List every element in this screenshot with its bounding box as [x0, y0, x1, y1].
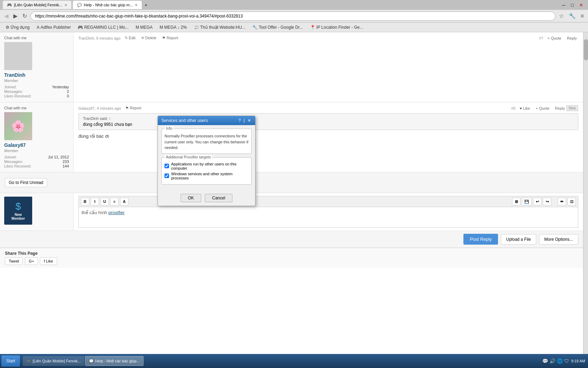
- reply-btn-8[interactable]: Reply: [554, 105, 566, 111]
- address-bar[interactable]: [30, 12, 555, 21]
- window-minimize[interactable]: ─: [560, 2, 567, 8]
- post-body-7: TranDinh, 6 minutes ago ✎ Edit ✕ Delete …: [74, 32, 583, 102]
- new-member-icon: $: [15, 201, 21, 212]
- services-dialog: Services and other users ? | ✕ Info Norm…: [158, 116, 255, 206]
- new-tab-button[interactable]: +: [143, 1, 149, 9]
- bold-button[interactable]: B: [81, 198, 89, 205]
- clock-time: 9:18 AM: [571, 359, 585, 363]
- post-num-7: #7: [539, 36, 543, 40]
- edit-btn-7[interactable]: ✎ Edit: [123, 35, 137, 41]
- bookmark-tooloffer[interactable]: 🔧 Tool Offer - Google Dr...: [250, 24, 306, 30]
- dialog-title: Services and other users: [161, 118, 208, 123]
- reply-footer: Post Reply Upload a File More Options...: [0, 231, 583, 248]
- new-member-label: New Member: [12, 213, 25, 220]
- bookmark-ip-location[interactable]: 📍 IP Location Finder - Ge...: [307, 24, 366, 30]
- taskbar-item-2[interactable]: 💬 Help - Nhờ các bác giúp...: [85, 356, 144, 366]
- dialog-help-button[interactable]: ?: [238, 118, 241, 123]
- reply-editor-container: $ New Member B I U: [0, 193, 583, 231]
- tray-icon-network: 🌐: [557, 358, 563, 364]
- chat-with-me-7[interactable]: Chat with me: [4, 36, 69, 40]
- tab-close-1[interactable]: ✕: [64, 3, 67, 7]
- window-maximize[interactable]: □: [569, 2, 576, 8]
- underline-button[interactable]: U: [100, 198, 109, 205]
- bookmark-mega2[interactable]: M MEGA ↓ 2%: [157, 24, 190, 30]
- post-content-8: đúng rồi bác ơi: [78, 133, 578, 140]
- like-btn-8[interactable]: ♥ Like: [518, 105, 532, 111]
- bookmark-mega[interactable]: M MEGA: [133, 24, 155, 30]
- tweet-button[interactable]: Tweet: [5, 257, 23, 265]
- tab-inactive[interactable]: 🎮 [Liên Quân Mobile] Fennik... ✕: [3, 1, 71, 9]
- quote-btn-7[interactable]: + Quote: [546, 35, 562, 41]
- italic-button[interactable]: I: [91, 198, 99, 205]
- tab-close-2[interactable]: ✕: [135, 3, 138, 7]
- avatar-7: [4, 42, 32, 70]
- tab-title-1: [Liên Quân Mobile] Fennik...: [14, 3, 62, 7]
- gplus-button[interactable]: G+: [25, 257, 38, 265]
- bookmark-regaming[interactable]: 🎮 REGAMING LLC | Mo...: [75, 24, 131, 30]
- back-button[interactable]: ◀: [3, 11, 10, 21]
- chat-with-me-8[interactable]: Chat with me: [4, 106, 69, 110]
- list-button[interactable]: ≡: [110, 198, 119, 205]
- tab-active[interactable]: 💬 Help - Nhờ các bác giúp m... ✕: [73, 1, 142, 9]
- taskbar-items: 🎮 [Liên Quân Mobile] Fennik... 💬 Help - …: [21, 356, 539, 366]
- post-timestamp-7: TranDinh, 6 minutes ago: [78, 36, 120, 40]
- dialog-close-button[interactable]: ✕: [247, 118, 252, 123]
- tray-icon-security: 🛡: [564, 358, 569, 364]
- username-8[interactable]: Galaxy87: [4, 142, 69, 148]
- format-button[interactable]: ✏: [558, 198, 566, 205]
- taskbar-icon-1: 🎮: [26, 359, 31, 363]
- editor-area[interactable]: thể cấu hình proxifier: [78, 207, 578, 228]
- checkbox-services[interactable]: [164, 173, 169, 178]
- tab-title-2: Help - Nhờ các bác giúp m...: [84, 3, 133, 7]
- forward-button[interactable]: ▶: [12, 11, 19, 21]
- source-button[interactable]: ⊡: [567, 198, 576, 205]
- tray-icon-volume: 🔊: [550, 358, 555, 364]
- dialog-cancel-button[interactable]: Cancel: [205, 194, 232, 202]
- quote-btn-8[interactable]: + Quote: [534, 105, 551, 111]
- scrollbar-right[interactable]: [583, 32, 588, 354]
- bookmark-thuthuatweb[interactable]: 📰 Thủ thuật Website:HU...: [191, 24, 248, 30]
- user-role-8: Member: [4, 149, 69, 153]
- window-close[interactable]: ✕: [577, 2, 585, 8]
- undo-button[interactable]: ↩: [533, 198, 541, 205]
- browser-toolbar: ◀ ▶ ↻ ☆ 🔧 ≡: [0, 10, 588, 22]
- checkbox-apps[interactable]: [164, 164, 169, 168]
- post-content-7: [78, 43, 578, 71]
- dialog-separator: |: [243, 118, 245, 123]
- start-button[interactable]: Start: [1, 355, 20, 367]
- reload-button[interactable]: ↻: [21, 11, 28, 21]
- editor-link[interactable]: proxifier: [108, 210, 125, 215]
- dialog-ok-button[interactable]: OK: [181, 194, 201, 202]
- post-num-8: #8: [511, 106, 515, 110]
- go-first-unread-button[interactable]: Go to First Unread: [5, 178, 47, 187]
- bookmark-adlfex[interactable]: A Adlfex Publisher: [34, 24, 74, 30]
- delete-btn-7[interactable]: ✕ Delete: [140, 35, 158, 41]
- report-btn-7[interactable]: ⚑ Report: [161, 35, 180, 41]
- extensions-button[interactable]: 🔧: [567, 11, 577, 21]
- dialog-title-icons: ? | ✕: [238, 118, 252, 123]
- dialog-info-group: Info Normally Proxifier processes connec…: [161, 129, 252, 154]
- save-button[interactable]: 💾: [522, 198, 532, 205]
- user-stats-8: Joined:Jul 11, 2012 Messages:233 Likes R…: [4, 155, 69, 168]
- bookmark-apps[interactable]: ⚙ Ứng dụng: [3, 24, 33, 30]
- clock: 9:18 AM: [571, 359, 585, 363]
- upload-file-button[interactable]: Upload a File: [501, 234, 536, 245]
- forum-main: Chat with me TranDinh Member Joined:Yest…: [0, 32, 588, 354]
- dialog-titlebar: Services and other users ? | ✕: [158, 116, 255, 125]
- redo-button[interactable]: ↪: [543, 198, 551, 205]
- username-7[interactable]: TranDinh: [4, 72, 69, 78]
- dialog-info-label: Info: [164, 126, 174, 130]
- browser-titlebar: 🎮 [Liên Quân Mobile] Fennik... ✕ 💬 Help …: [0, 0, 588, 10]
- table-button[interactable]: ⊞: [512, 198, 520, 205]
- taskbar-item-1[interactable]: 🎮 [Liên Quân Mobile] Fennik...: [23, 356, 84, 366]
- report-btn-8[interactable]: ⚑ Report: [124, 105, 143, 111]
- taskbar: Start 🎮 [Liên Quân Mobile] Fennik... 💬 H…: [0, 354, 588, 368]
- post-reply-button[interactable]: Post Reply: [463, 234, 498, 245]
- like-button[interactable]: f Like: [40, 257, 57, 265]
- menu-button[interactable]: ≡: [579, 12, 585, 21]
- reply-btn-7[interactable]: Reply: [566, 35, 578, 41]
- scroll-thumb[interactable]: [584, 39, 588, 60]
- color-button[interactable]: A: [120, 198, 128, 205]
- more-options-button[interactable]: More Options...: [539, 234, 578, 245]
- bookmark-button[interactable]: ☆: [558, 11, 565, 21]
